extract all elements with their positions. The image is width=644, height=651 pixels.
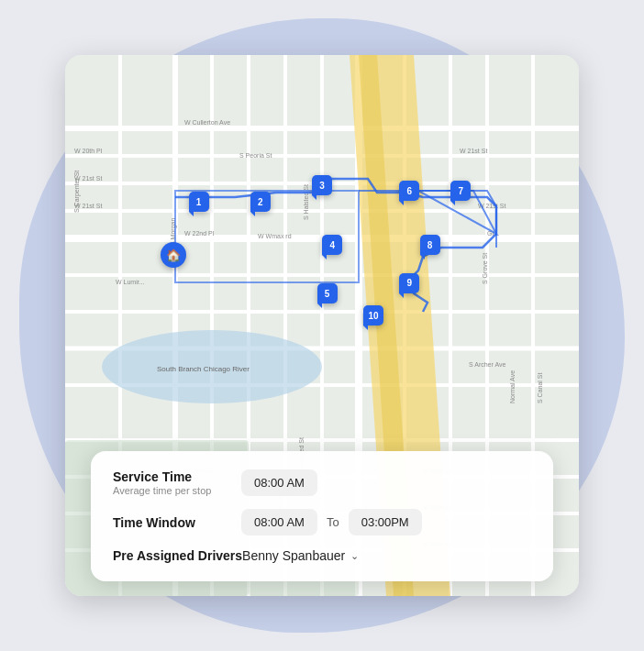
pin-6: 6: [399, 181, 419, 201]
svg-text:S Halsted St: S Halsted St: [303, 184, 309, 220]
time-window-title: Time Window: [113, 515, 241, 530]
pre-assigned-row: Pre Assigned Drivers Benny Spanbauer ⌄: [113, 548, 531, 563]
svg-text:W Cullerton Ave: W Cullerton Ave: [184, 119, 230, 126]
pin-8: 8: [420, 235, 440, 255]
svg-text:S Canal St: S Canal St: [537, 372, 543, 403]
home-pin: 🏠: [161, 242, 186, 268]
driver-name: Benny Spanbauer: [242, 548, 345, 563]
time-window-label-group: Time Window: [113, 515, 241, 530]
svg-text:W 21st St: W 21st St: [460, 148, 487, 154]
svg-text:W Wmax rd: W Wmax rd: [258, 233, 292, 239]
svg-text:S Carpenter St: S Carpenter St: [73, 171, 81, 213]
pin-9: 9: [399, 273, 419, 293]
chevron-down-icon: ⌄: [350, 550, 359, 562]
svg-text:South Branch Chicago River: South Branch Chicago River: [157, 365, 250, 373]
svg-text:Normal Ave: Normal Ave: [509, 370, 516, 403]
service-time-chip[interactable]: 08:00 AM: [241, 469, 317, 496]
svg-text:S Archer Ave: S Archer Ave: [469, 361, 505, 368]
time-window-end-chip[interactable]: 03:00PM: [349, 509, 422, 535]
pin-3: 3: [312, 175, 332, 195]
time-window-start-chip[interactable]: 08:00 AM: [241, 509, 317, 535]
svg-text:S Peoria St: S Peoria St: [239, 152, 272, 159]
driver-selector[interactable]: Benny Spanbauer ⌄: [242, 548, 359, 563]
pin-10: 10: [363, 305, 383, 326]
pin-4: 4: [322, 235, 342, 255]
pin-5: 5: [317, 283, 338, 303]
svg-text:W 20th Pl: W 20th Pl: [74, 148, 103, 154]
pre-assigned-title: Pre Assigned Drivers: [113, 548, 242, 563]
map-container: South Branch Chicago River W Cullerton A…: [65, 55, 579, 596]
pin-7: 7: [450, 181, 471, 201]
time-window-row: Time Window 08:00 AM To 03:00PM: [113, 509, 531, 535]
to-separator: To: [327, 515, 339, 529]
service-time-subtitle: Average time per stop: [113, 485, 241, 496]
service-time-row: Service Time Average time per stop 08:00…: [113, 469, 531, 496]
info-panel: Service Time Average time per stop 08:00…: [91, 451, 553, 581]
pin-2: 2: [250, 192, 271, 212]
pre-assigned-label-group: Pre Assigned Drivers: [113, 548, 242, 563]
service-time-title: Service Time: [113, 469, 241, 484]
outer-blob: South Branch Chicago River W Cullerton A…: [19, 18, 625, 633]
svg-text:S Grove St: S Grove St: [482, 253, 488, 284]
svg-text:Gr...: Gr...: [487, 230, 499, 237]
svg-text:W Lumir...: W Lumir...: [116, 279, 145, 285]
svg-text:W 22nd Pl: W 22nd Pl: [184, 230, 215, 237]
svg-text:W 21st St: W 21st St: [478, 203, 505, 209]
service-time-label-group: Service Time Average time per stop: [113, 469, 241, 496]
pin-1: 1: [189, 192, 209, 212]
